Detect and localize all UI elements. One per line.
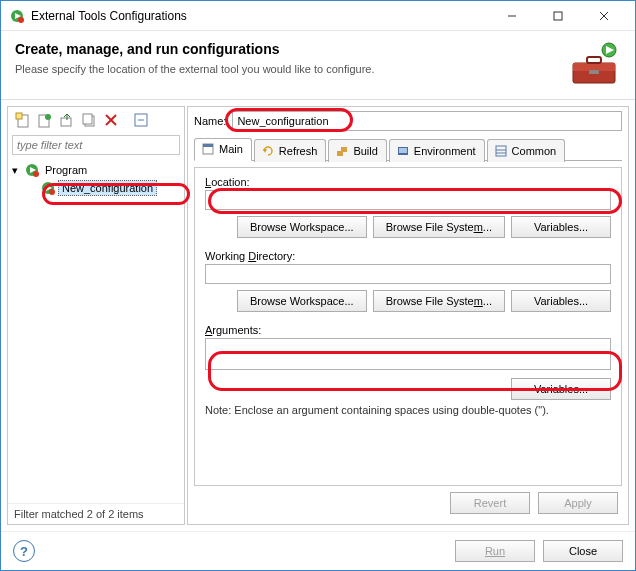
refresh-tab-icon [261, 144, 275, 158]
apply-button[interactable]: Apply [538, 492, 618, 514]
run-button[interactable]: Run [455, 540, 535, 562]
help-icon[interactable]: ? [13, 540, 35, 562]
svg-rect-37 [496, 146, 506, 156]
working-dir-input[interactable] [205, 264, 611, 284]
tree-item-program[interactable]: ▾ Program [12, 161, 180, 179]
delete-icon[interactable] [101, 110, 121, 130]
svg-point-16 [45, 114, 51, 120]
env-tab-icon [396, 144, 410, 158]
svg-rect-31 [203, 144, 213, 147]
header-subtitle: Please specify the location of the exter… [15, 63, 557, 75]
main-tab-panel: Location: Browse Workspace... Browse Fil… [194, 167, 622, 486]
window-title: External Tools Configurations [31, 9, 489, 23]
build-tab-icon [335, 144, 349, 158]
revert-button[interactable]: Revert [450, 492, 530, 514]
browse-filesystem-loc-button[interactable]: Browse File System... [373, 216, 505, 238]
svg-point-29 [49, 189, 55, 195]
svg-rect-19 [83, 114, 92, 124]
collapse-all-icon[interactable] [131, 110, 151, 130]
dialog-footer: ? Run Close [1, 531, 635, 570]
tab-main[interactable]: Main [194, 138, 252, 161]
tab-common[interactable]: Common [487, 139, 566, 162]
svg-point-26 [33, 171, 39, 177]
tab-bar: Main Refresh Build Environment Common [194, 137, 622, 161]
minimize-button[interactable] [489, 1, 535, 31]
name-input[interactable] [232, 111, 622, 131]
filter-input[interactable] [12, 135, 180, 155]
variables-loc-button[interactable]: Variables... [511, 216, 611, 238]
new-prototype-icon[interactable] [35, 110, 55, 130]
svg-rect-11 [587, 57, 601, 63]
variables-args-button[interactable]: Variables... [511, 378, 611, 400]
config-tree[interactable]: ▾ Program New_configuration [8, 157, 184, 503]
new-config-icon[interactable] [13, 110, 33, 130]
tree-item-new-config[interactable]: New_configuration [40, 179, 180, 197]
svg-rect-36 [399, 148, 407, 153]
program-child-icon [40, 180, 56, 196]
arguments-input[interactable] [205, 338, 611, 370]
tab-build[interactable]: Build [328, 139, 386, 162]
titlebar: External Tools Configurations [1, 1, 635, 31]
export-icon[interactable] [57, 110, 77, 130]
left-pane: ▾ Program New_configuration Filter match… [7, 106, 185, 525]
arguments-note: Note: Enclose an argument containing spa… [205, 404, 611, 416]
filter-status: Filter matched 2 of 2 items [8, 503, 184, 524]
common-tab-icon [494, 144, 508, 158]
svg-rect-4 [554, 12, 562, 20]
tree-label-program: Program [42, 163, 90, 177]
header-title: Create, manage, and run configurations [15, 41, 557, 57]
browse-filesystem-wd-button[interactable]: Browse File System... [373, 290, 505, 312]
location-label: Location: [205, 176, 611, 188]
browse-workspace-loc-button[interactable]: Browse Workspace... [237, 216, 367, 238]
content-area: ▾ Program New_configuration Filter match… [1, 100, 635, 531]
tree-label-new-config: New_configuration [58, 180, 157, 196]
svg-point-2 [18, 17, 24, 23]
svg-rect-12 [589, 70, 599, 74]
program-icon [24, 162, 40, 178]
variables-wd-button[interactable]: Variables... [511, 290, 611, 312]
working-dir-label: Working Directory: [205, 250, 611, 262]
svg-rect-10 [573, 63, 615, 71]
arguments-label: Arguments: [205, 324, 611, 336]
browse-workspace-wd-button[interactable]: Browse Workspace... [237, 290, 367, 312]
duplicate-icon[interactable] [79, 110, 99, 130]
close-button[interactable] [581, 1, 627, 31]
left-toolbar [8, 107, 184, 133]
svg-rect-34 [341, 147, 347, 152]
maximize-button[interactable] [535, 1, 581, 31]
app-icon [9, 8, 25, 24]
tab-refresh[interactable]: Refresh [254, 139, 327, 162]
close-dialog-button[interactable]: Close [543, 540, 623, 562]
right-pane: Name: Main Refresh Build Environment Com… [187, 106, 629, 525]
svg-rect-17 [61, 118, 71, 126]
tab-environment[interactable]: Environment [389, 139, 485, 162]
main-tab-icon [201, 142, 215, 156]
name-label: Name: [194, 115, 226, 127]
svg-rect-14 [16, 113, 22, 119]
location-input[interactable] [205, 190, 611, 210]
header-graphic [567, 41, 621, 89]
dialog-header: Create, manage, and run configurations P… [1, 31, 635, 100]
